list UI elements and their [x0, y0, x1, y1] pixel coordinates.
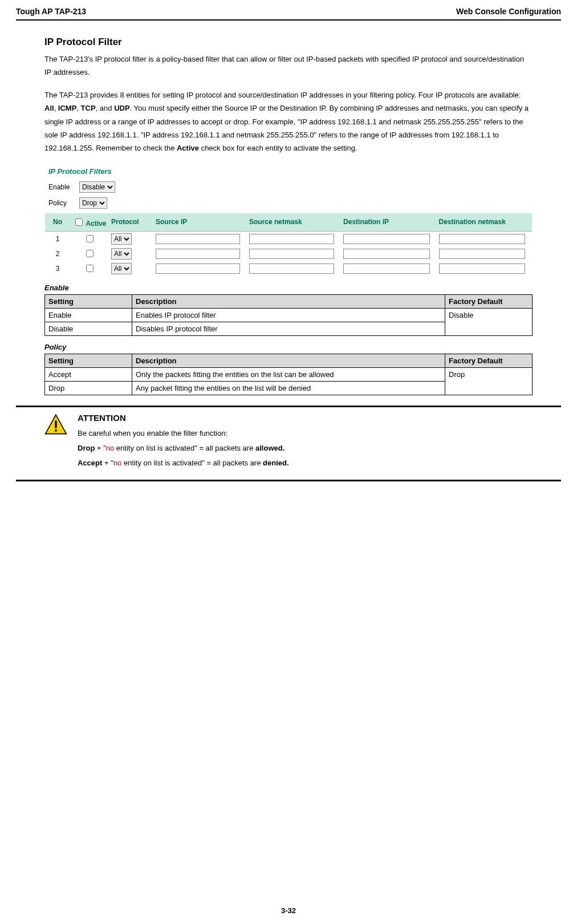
source-mask-input[interactable]	[249, 249, 334, 259]
section-title: IP Protocol Filter	[44, 37, 533, 48]
header-right: Web Console Configuration	[456, 7, 561, 16]
policy-label: Policy	[48, 199, 74, 207]
enable-label: Enable	[48, 183, 74, 191]
active-checkbox[interactable]	[86, 235, 94, 242]
table-row: 2 All	[45, 246, 532, 261]
protocol-select[interactable]: All	[111, 248, 132, 260]
th-active: Active	[70, 213, 109, 232]
warning-icon	[44, 413, 67, 472]
table-row: 3 All	[45, 261, 532, 276]
th-setting: Setting	[45, 354, 132, 367]
attention-line2: Drop + "no entity on list is activated" …	[78, 442, 289, 455]
paragraph-2: The TAP-213 provides 8 entities for sett…	[44, 88, 533, 155]
attention-box: ATTENTION Be careful when you enable the…	[16, 406, 561, 481]
ip-filter-panel: IP Protocol Filters Enable Disable Polic…	[44, 164, 533, 277]
enable-table-label: Enable	[44, 283, 533, 292]
th-default: Factory Default	[445, 354, 533, 367]
source-ip-input[interactable]	[156, 249, 240, 259]
policy-select[interactable]: Drop	[79, 197, 107, 209]
dest-mask-input[interactable]	[439, 234, 526, 244]
attention-title: ATTENTION	[78, 413, 289, 423]
policy-table: Setting Description Factory Default Acce…	[44, 354, 533, 395]
attention-line1: Be careful when you enable the filter fu…	[78, 427, 289, 440]
dest-ip-input[interactable]	[343, 264, 429, 274]
th-source-mask: Source netmask	[247, 213, 341, 232]
protocol-select[interactable]: All	[111, 263, 132, 274]
th-source-ip: Source IP	[153, 213, 247, 232]
th-description: Description	[132, 354, 445, 367]
th-description: Description	[132, 294, 445, 308]
page-header: Tough AP TAP-213 Web Console Configurati…	[16, 7, 561, 21]
svg-rect-2	[55, 429, 56, 431]
th-dest-ip: Destination IP	[341, 213, 436, 232]
dest-ip-input[interactable]	[343, 234, 429, 244]
active-checkbox[interactable]	[86, 265, 94, 272]
active-header-checkbox[interactable]	[75, 218, 83, 226]
attention-line3: Accept + "no entity on list is activated…	[78, 457, 289, 469]
source-ip-input[interactable]	[156, 264, 240, 274]
svg-rect-1	[55, 420, 56, 428]
source-ip-input[interactable]	[156, 234, 240, 244]
protocol-select[interactable]: All	[111, 233, 132, 245]
policy-table-label: Policy	[44, 343, 533, 351]
th-protocol: Protocol	[109, 213, 153, 232]
paragraph-1: The TAP-213's IP protocol filter is a po…	[44, 52, 533, 79]
table-row: 1 All	[45, 231, 532, 246]
panel-title: IP Protocol Filters	[48, 167, 529, 176]
header-left: Tough AP TAP-213	[16, 7, 86, 16]
enable-select[interactable]: Disable	[79, 181, 115, 193]
th-default: Factory Default	[445, 294, 533, 308]
source-mask-input[interactable]	[249, 234, 334, 244]
dest-mask-input[interactable]	[439, 264, 526, 274]
filter-table: No Active Protocol Source IP Source netm…	[45, 213, 532, 276]
dest-mask-input[interactable]	[439, 249, 526, 259]
dest-ip-input[interactable]	[343, 249, 429, 259]
source-mask-input[interactable]	[249, 264, 334, 274]
th-setting: Setting	[45, 294, 132, 308]
th-no: No	[45, 213, 70, 232]
page-number: 3-32	[0, 906, 577, 915]
th-dest-mask: Destination netmask	[437, 213, 532, 232]
enable-table: Setting Description Factory Default Enab…	[44, 294, 533, 336]
active-checkbox[interactable]	[86, 250, 94, 257]
